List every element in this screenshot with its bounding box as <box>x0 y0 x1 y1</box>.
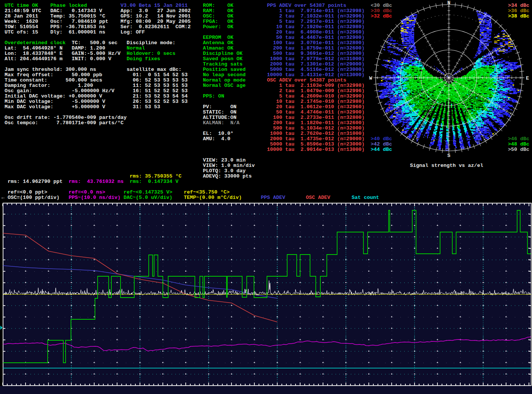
svg-text:N: N <box>447 0 450 6</box>
svg-text:W: W <box>369 75 372 81</box>
svg-text:S: S <box>447 153 450 159</box>
svg-text:E: E <box>526 75 529 81</box>
